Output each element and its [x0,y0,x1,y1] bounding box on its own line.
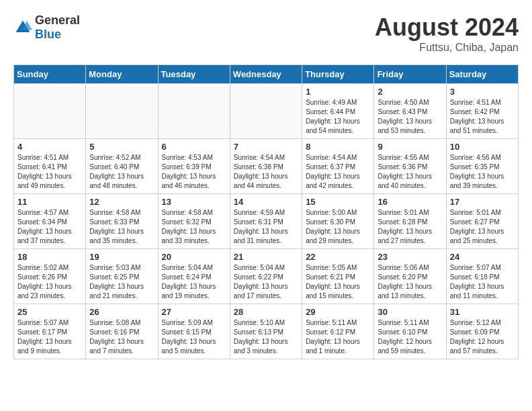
week-row-0: 1Sunrise: 4:49 AMSunset: 6:44 PMDaylight… [14,84,519,139]
header-tuesday: Tuesday [158,65,230,84]
calendar-subtitle: Futtsu, Chiba, Japan [375,42,519,54]
calendar-cell: 21Sunrise: 5:04 AMSunset: 6:22 PMDayligh… [230,249,302,304]
day-number: 15 [306,197,370,207]
day-number: 23 [378,252,442,262]
day-number: 1 [306,87,370,97]
page-header: General Blue August 2024 Futtsu, Chiba, … [13,13,519,54]
week-row-1: 4Sunrise: 4:51 AMSunset: 6:41 PMDaylight… [14,139,519,194]
calendar-cell: 27Sunrise: 5:09 AMSunset: 6:15 PMDayligh… [158,304,230,359]
calendar-cell: 14Sunrise: 4:59 AMSunset: 6:31 PMDayligh… [230,194,302,249]
day-info: Sunrise: 5:01 AMSunset: 6:27 PMDaylight:… [450,208,515,246]
calendar-cell: 28Sunrise: 5:10 AMSunset: 6:13 PMDayligh… [230,304,302,359]
calendar-cell: 22Sunrise: 5:05 AMSunset: 6:21 PMDayligh… [302,249,374,304]
day-info: Sunrise: 4:57 AMSunset: 6:34 PMDaylight:… [17,208,82,246]
day-info: Sunrise: 4:51 AMSunset: 6:41 PMDaylight:… [17,153,82,191]
calendar-cell: 2Sunrise: 4:50 AMSunset: 6:43 PMDaylight… [374,84,446,139]
calendar-cell [14,84,86,139]
day-info: Sunrise: 5:04 AMSunset: 6:22 PMDaylight:… [234,263,298,301]
day-number: 9 [378,142,442,152]
day-number: 2 [378,87,442,97]
day-info: Sunrise: 4:52 AMSunset: 6:40 PMDaylight:… [89,153,154,191]
calendar-title: August 2024 [375,13,519,42]
day-info: Sunrise: 4:55 AMSunset: 6:36 PMDaylight:… [378,153,442,191]
day-info: Sunrise: 5:00 AMSunset: 6:30 PMDaylight:… [306,208,370,246]
calendar-cell: 10Sunrise: 4:56 AMSunset: 6:35 PMDayligh… [446,139,518,194]
header-saturday: Saturday [446,65,518,84]
day-number: 18 [17,252,82,262]
day-info: Sunrise: 5:01 AMSunset: 6:28 PMDaylight:… [378,208,442,246]
calendar-cell: 19Sunrise: 5:03 AMSunset: 6:25 PMDayligh… [86,249,158,304]
calendar-cell: 16Sunrise: 5:01 AMSunset: 6:28 PMDayligh… [374,194,446,249]
day-info: Sunrise: 5:11 AMSunset: 6:10 PMDaylight:… [378,318,442,356]
day-info: Sunrise: 5:10 AMSunset: 6:13 PMDaylight:… [234,318,298,356]
calendar-cell: 7Sunrise: 4:54 AMSunset: 6:38 PMDaylight… [230,139,302,194]
day-number: 21 [234,252,298,262]
calendar-cell: 23Sunrise: 5:06 AMSunset: 6:20 PMDayligh… [374,249,446,304]
calendar-cell: 12Sunrise: 4:58 AMSunset: 6:33 PMDayligh… [86,194,158,249]
day-info: Sunrise: 5:05 AMSunset: 6:21 PMDaylight:… [306,263,370,301]
day-info: Sunrise: 5:03 AMSunset: 6:25 PMDaylight:… [89,263,154,301]
day-info: Sunrise: 4:58 AMSunset: 6:33 PMDaylight:… [89,208,154,246]
day-info: Sunrise: 4:56 AMSunset: 6:35 PMDaylight:… [450,153,515,191]
header-wednesday: Wednesday [230,65,302,84]
logo-general: General [35,13,80,27]
day-number: 16 [378,197,442,207]
calendar-cell: 13Sunrise: 4:58 AMSunset: 6:32 PMDayligh… [158,194,230,249]
calendar-cell: 15Sunrise: 5:00 AMSunset: 6:30 PMDayligh… [302,194,374,249]
day-number: 22 [306,252,370,262]
calendar-cell: 20Sunrise: 5:04 AMSunset: 6:24 PMDayligh… [158,249,230,304]
week-row-3: 18Sunrise: 5:02 AMSunset: 6:26 PMDayligh… [14,249,519,304]
title-block: August 2024 Futtsu, Chiba, Japan [375,13,519,54]
calendar-cell: 24Sunrise: 5:07 AMSunset: 6:18 PMDayligh… [446,249,518,304]
day-info: Sunrise: 5:09 AMSunset: 6:15 PMDaylight:… [162,318,226,356]
logo-icon [13,18,32,37]
day-number: 14 [234,197,298,207]
header-row: SundayMondayTuesdayWednesdayThursdayFrid… [14,65,519,84]
day-number: 12 [89,197,154,207]
day-info: Sunrise: 4:49 AMSunset: 6:44 PMDaylight:… [306,98,370,136]
day-info: Sunrise: 4:54 AMSunset: 6:37 PMDaylight:… [306,153,370,191]
day-number: 28 [234,307,298,317]
day-number: 25 [17,307,82,317]
calendar-cell: 5Sunrise: 4:52 AMSunset: 6:40 PMDaylight… [86,139,158,194]
logo-blue: Blue [35,28,61,41]
calendar-cell: 25Sunrise: 5:07 AMSunset: 6:17 PMDayligh… [14,304,86,359]
calendar-cell: 1Sunrise: 4:49 AMSunset: 6:44 PMDaylight… [302,84,374,139]
day-number: 30 [378,307,442,317]
day-info: Sunrise: 5:02 AMSunset: 6:26 PMDaylight:… [17,263,82,301]
day-number: 8 [306,142,370,152]
header-monday: Monday [86,65,158,84]
calendar-cell: 30Sunrise: 5:11 AMSunset: 6:10 PMDayligh… [374,304,446,359]
day-info: Sunrise: 4:58 AMSunset: 6:32 PMDaylight:… [162,208,226,246]
header-thursday: Thursday [302,65,374,84]
day-number: 20 [162,252,226,262]
day-number: 31 [450,307,515,317]
calendar-cell: 29Sunrise: 5:11 AMSunset: 6:12 PMDayligh… [302,304,374,359]
day-info: Sunrise: 5:07 AMSunset: 6:18 PMDaylight:… [450,263,515,301]
day-number: 11 [17,197,82,207]
day-info: Sunrise: 4:59 AMSunset: 6:31 PMDaylight:… [234,208,298,246]
day-info: Sunrise: 4:50 AMSunset: 6:43 PMDaylight:… [378,98,442,136]
day-number: 13 [162,197,226,207]
day-number: 17 [450,197,515,207]
calendar-cell: 9Sunrise: 4:55 AMSunset: 6:36 PMDaylight… [374,139,446,194]
day-info: Sunrise: 5:12 AMSunset: 6:09 PMDaylight:… [450,318,515,356]
day-info: Sunrise: 5:11 AMSunset: 6:12 PMDaylight:… [306,318,370,356]
calendar-cell: 8Sunrise: 4:54 AMSunset: 6:37 PMDaylight… [302,139,374,194]
calendar-cell: 11Sunrise: 4:57 AMSunset: 6:34 PMDayligh… [14,194,86,249]
day-number: 4 [17,142,82,152]
day-info: Sunrise: 4:51 AMSunset: 6:42 PMDaylight:… [450,98,515,136]
day-number: 26 [89,307,154,317]
day-info: Sunrise: 5:08 AMSunset: 6:16 PMDaylight:… [89,318,154,356]
calendar-cell [86,84,158,139]
calendar-cell: 18Sunrise: 5:02 AMSunset: 6:26 PMDayligh… [14,249,86,304]
calendar-cell: 26Sunrise: 5:08 AMSunset: 6:16 PMDayligh… [86,304,158,359]
day-number: 3 [450,87,515,97]
day-number: 29 [306,307,370,317]
day-number: 7 [234,142,298,152]
header-friday: Friday [374,65,446,84]
calendar-cell: 17Sunrise: 5:01 AMSunset: 6:27 PMDayligh… [446,194,518,249]
calendar-cell: 3Sunrise: 4:51 AMSunset: 6:42 PMDaylight… [446,84,518,139]
calendar-cell [158,84,230,139]
calendar-cell [230,84,302,139]
